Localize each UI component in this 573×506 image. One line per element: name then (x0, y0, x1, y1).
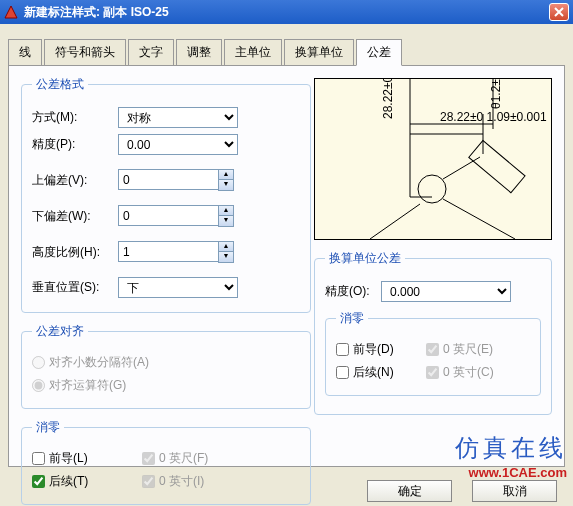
align-group: 公差对齐 对齐小数分隔符(A) 对齐运算符(G) (21, 323, 311, 409)
svg-line-7 (443, 157, 480, 179)
tab-strip: 线 符号和箭头 文字 调整 主单位 换算单位 公差 (8, 38, 565, 65)
svg-text:θ1.2±0.001: θ1.2±0.001 (489, 79, 503, 109)
format-legend: 公差格式 (32, 76, 88, 93)
tolerance-format-group: 公差格式 方式(M): 对称 精度(P): 0.00 上偏差(V): (21, 76, 311, 313)
dialog-body: 线 符号和箭头 文字 调整 主单位 换算单位 公差 公差格式 方式(M): 对称… (0, 24, 573, 506)
upper-label: 上偏差(V): (32, 172, 118, 189)
method-label: 方式(M): (32, 109, 118, 126)
alt-precision-label: 精度(O): (325, 283, 381, 300)
lower-spinner[interactable]: ▲ ▼ (218, 205, 234, 227)
ok-button[interactable]: 确定 (367, 480, 452, 502)
zero-suppress-group: 消零 前导(L) 0 英尺(F) 后续(T) 0 英寸(I) (21, 419, 311, 505)
vpos-label: 垂直位置(S): (32, 279, 118, 296)
alt-trailing-check[interactable]: 后续(N) (336, 364, 426, 381)
zero2-legend: 消零 (336, 310, 368, 327)
svg-text:28.22±0 1 09±0.001: 28.22±0 1 09±0.001 (381, 79, 395, 119)
watermark-url: www.1CAE.com (469, 465, 567, 480)
chevron-down-icon[interactable]: ▼ (219, 216, 233, 226)
alt-tolerance-group: 换算单位公差 精度(O): 0.000 消零 前导(D) 0 英尺(E) 后续(… (314, 250, 552, 415)
zero1-legend: 消零 (32, 419, 64, 436)
svg-line-9 (370, 204, 420, 239)
inch-check: 0 英寸(I) (142, 473, 204, 490)
dimension-preview: 28.22±0 1 09±0.001 28.22±0 1.09±0.001 θ1… (314, 78, 552, 240)
chevron-down-icon[interactable]: ▼ (219, 252, 233, 262)
svg-text:28.22±0 1.09±0.001: 28.22±0 1.09±0.001 (440, 110, 547, 124)
svg-point-5 (418, 175, 446, 203)
svg-rect-6 (469, 141, 525, 193)
precision-label: 精度(P): (32, 136, 118, 153)
align-decimal-radio: 对齐小数分隔符(A) (32, 354, 149, 371)
height-label: 高度比例(H): (32, 244, 118, 261)
height-spinner[interactable]: ▲ ▼ (218, 241, 234, 263)
cancel-button[interactable]: 取消 (472, 480, 557, 502)
tab-primary[interactable]: 主单位 (224, 39, 282, 66)
title-bar: 新建标注样式: 副本 ISO-25 (0, 0, 573, 24)
trailing-check[interactable]: 后续(T) (32, 473, 142, 490)
feet-check: 0 英尺(F) (142, 450, 208, 467)
lower-label: 下偏差(W): (32, 208, 118, 225)
button-row: 确定 取消 (367, 480, 557, 502)
window-title: 新建标注样式: 副本 ISO-25 (24, 4, 549, 21)
close-icon (554, 7, 564, 17)
alt-legend: 换算单位公差 (325, 250, 405, 267)
tab-text[interactable]: 文字 (128, 39, 174, 66)
close-button[interactable] (549, 3, 569, 21)
tab-panel: 公差格式 方式(M): 对称 精度(P): 0.00 上偏差(V): (8, 65, 565, 467)
chevron-up-icon[interactable]: ▲ (219, 206, 233, 216)
chevron-down-icon[interactable]: ▼ (219, 180, 233, 190)
height-input[interactable] (118, 241, 218, 262)
tab-tolerance[interactable]: 公差 (356, 39, 402, 66)
tab-alt[interactable]: 换算单位 (284, 39, 354, 66)
leading-check[interactable]: 前导(L) (32, 450, 142, 467)
precision-select[interactable]: 0.00 (118, 134, 238, 155)
app-icon (4, 5, 18, 19)
svg-line-8 (443, 199, 515, 239)
alt-leading-check[interactable]: 前导(D) (336, 341, 426, 358)
method-select[interactable]: 对称 (118, 107, 238, 128)
tab-fit[interactable]: 调整 (176, 39, 222, 66)
lower-input[interactable] (118, 205, 218, 226)
vpos-select[interactable]: 下 (118, 277, 238, 298)
alt-precision-select[interactable]: 0.000 (381, 281, 511, 302)
align-legend: 公差对齐 (32, 323, 88, 340)
svg-marker-0 (5, 6, 17, 18)
preview-drawing: 28.22±0 1 09±0.001 28.22±0 1.09±0.001 θ1… (315, 79, 551, 239)
chevron-up-icon[interactable]: ▲ (219, 242, 233, 252)
upper-input[interactable] (118, 169, 218, 190)
tab-symbols[interactable]: 符号和箭头 (44, 39, 126, 66)
align-operator-radio: 对齐运算符(G) (32, 377, 126, 394)
upper-spinner[interactable]: ▲ ▼ (218, 169, 234, 191)
chevron-up-icon[interactable]: ▲ (219, 170, 233, 180)
alt-zero-group: 消零 前导(D) 0 英尺(E) 后续(N) 0 英寸(C) (325, 310, 541, 396)
tab-lines[interactable]: 线 (8, 39, 42, 66)
alt-inch-check: 0 英寸(C) (426, 364, 494, 381)
alt-feet-check: 0 英尺(E) (426, 341, 493, 358)
